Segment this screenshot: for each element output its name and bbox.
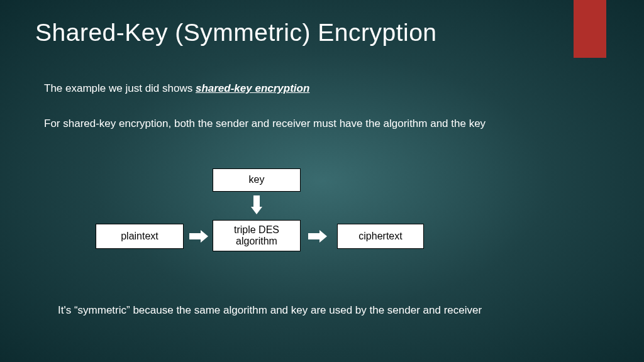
accent-banner [574,0,606,58]
arrow-down-icon [251,195,262,216]
intro-emphasis: shared-key encryption [196,82,309,94]
box-ciphertext: ciphertext [337,224,424,249]
slide-title: Shared-Key (Symmetric) Encryption [35,19,437,47]
footer-text: It's “symmetric” because the same algori… [58,304,482,317]
intro-line: The example we just did shows shared-key… [44,82,309,95]
box-key: key [213,168,301,192]
encryption-diagram: key plaintext triple DES algorithm ciphe… [0,168,644,282]
box-plaintext: plaintext [96,224,184,249]
body-text: For shared-key encryption, both the send… [44,116,497,132]
arrow-right-icon [189,230,209,243]
arrow-right-icon [308,230,328,243]
box-algorithm: triple DES algorithm [213,220,301,251]
intro-prefix: The example we just did shows [44,82,196,94]
